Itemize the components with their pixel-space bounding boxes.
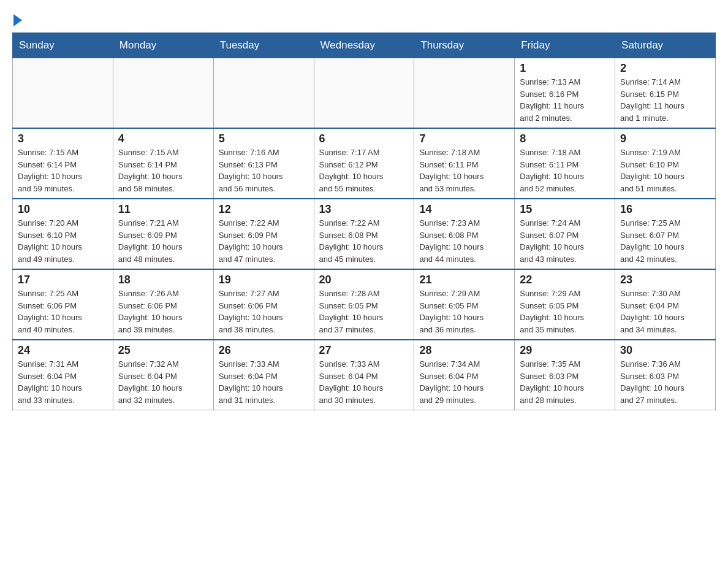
calendar-cell: 2Sunrise: 7:14 AMSunset: 6:15 PMDaylight… (615, 58, 716, 129)
calendar-cell: 3Sunrise: 7:15 AMSunset: 6:14 PMDaylight… (13, 128, 113, 199)
calendar-cell (13, 58, 113, 129)
day-number: 18 (118, 274, 208, 286)
day-info: Sunrise: 7:24 AMSunset: 6:07 PMDaylight:… (520, 217, 610, 265)
day-header-wednesday: Wednesday (314, 33, 414, 58)
day-number: 26 (219, 344, 309, 357)
day-info: Sunrise: 7:30 AMSunset: 6:04 PMDaylight:… (620, 288, 710, 335)
calendar-week-row: 3Sunrise: 7:15 AMSunset: 6:14 PMDaylight… (13, 128, 716, 199)
calendar-cell: 16Sunrise: 7:25 AMSunset: 6:07 PMDayligh… (615, 199, 716, 269)
day-number: 19 (219, 274, 309, 286)
calendar-week-row: 24Sunrise: 7:31 AMSunset: 6:04 PMDayligh… (13, 340, 716, 410)
day-number: 14 (419, 203, 509, 216)
calendar-cell: 23Sunrise: 7:30 AMSunset: 6:04 PMDayligh… (615, 269, 716, 340)
calendar-week-row: 1Sunrise: 7:13 AMSunset: 6:16 PMDaylight… (13, 58, 716, 129)
day-info: Sunrise: 7:33 AMSunset: 6:04 PMDaylight:… (219, 358, 309, 406)
calendar-cell: 28Sunrise: 7:34 AMSunset: 6:04 PMDayligh… (414, 340, 515, 410)
calendar-cell: 12Sunrise: 7:22 AMSunset: 6:09 PMDayligh… (213, 199, 314, 269)
calendar-cell: 19Sunrise: 7:27 AMSunset: 6:06 PMDayligh… (213, 269, 314, 340)
day-info: Sunrise: 7:22 AMSunset: 6:09 PMDaylight:… (219, 217, 309, 265)
calendar-week-row: 10Sunrise: 7:20 AMSunset: 6:10 PMDayligh… (13, 199, 716, 269)
calendar-cell: 8Sunrise: 7:18 AMSunset: 6:11 PMDaylight… (515, 128, 615, 199)
day-info: Sunrise: 7:15 AMSunset: 6:14 PMDaylight:… (18, 147, 108, 194)
calendar-cell: 30Sunrise: 7:36 AMSunset: 6:03 PMDayligh… (615, 340, 716, 410)
calendar-cell: 7Sunrise: 7:18 AMSunset: 6:11 PMDaylight… (414, 128, 515, 199)
day-info: Sunrise: 7:18 AMSunset: 6:11 PMDaylight:… (520, 147, 610, 194)
calendar-cell: 11Sunrise: 7:21 AMSunset: 6:09 PMDayligh… (113, 199, 213, 269)
calendar-cell: 27Sunrise: 7:33 AMSunset: 6:04 PMDayligh… (314, 340, 414, 410)
day-number: 23 (620, 274, 710, 286)
day-number: 5 (219, 132, 309, 145)
day-number: 24 (18, 344, 108, 357)
calendar-cell: 4Sunrise: 7:15 AMSunset: 6:14 PMDaylight… (113, 128, 213, 199)
day-number: 1 (520, 62, 610, 75)
day-number: 11 (118, 203, 208, 216)
calendar-cell: 14Sunrise: 7:23 AMSunset: 6:08 PMDayligh… (414, 199, 515, 269)
day-info: Sunrise: 7:31 AMSunset: 6:04 PMDaylight:… (18, 358, 108, 406)
calendar-cell: 17Sunrise: 7:25 AMSunset: 6:06 PMDayligh… (13, 269, 113, 340)
day-number: 6 (319, 132, 409, 145)
day-number: 29 (520, 344, 610, 357)
day-number: 10 (18, 203, 108, 216)
day-info: Sunrise: 7:16 AMSunset: 6:13 PMDaylight:… (219, 147, 309, 194)
calendar-cell: 13Sunrise: 7:22 AMSunset: 6:08 PMDayligh… (314, 199, 414, 269)
calendar-header-row: SundayMondayTuesdayWednesdayThursdayFrid… (13, 33, 716, 58)
logo (12, 12, 22, 26)
calendar-cell: 26Sunrise: 7:33 AMSunset: 6:04 PMDayligh… (213, 340, 314, 410)
day-number: 9 (620, 132, 710, 145)
day-number: 3 (18, 132, 108, 145)
day-number: 25 (118, 344, 208, 357)
day-info: Sunrise: 7:32 AMSunset: 6:04 PMDaylight:… (118, 358, 208, 406)
day-header-thursday: Thursday (414, 33, 515, 58)
day-number: 8 (520, 132, 610, 145)
day-info: Sunrise: 7:20 AMSunset: 6:10 PMDaylight:… (18, 217, 108, 265)
header (12, 12, 716, 26)
day-number: 7 (419, 132, 509, 145)
day-number: 21 (419, 274, 509, 286)
day-number: 15 (520, 203, 610, 216)
day-info: Sunrise: 7:28 AMSunset: 6:05 PMDaylight:… (319, 288, 409, 335)
day-info: Sunrise: 7:18 AMSunset: 6:11 PMDaylight:… (419, 147, 509, 194)
day-info: Sunrise: 7:29 AMSunset: 6:05 PMDaylight:… (520, 288, 610, 335)
day-number: 30 (620, 344, 710, 357)
calendar-cell (414, 58, 515, 129)
day-number: 20 (319, 274, 409, 286)
calendar-cell: 21Sunrise: 7:29 AMSunset: 6:05 PMDayligh… (414, 269, 515, 340)
day-header-friday: Friday (515, 33, 615, 58)
calendar-cell: 20Sunrise: 7:28 AMSunset: 6:05 PMDayligh… (314, 269, 414, 340)
day-number: 16 (620, 203, 710, 216)
day-info: Sunrise: 7:17 AMSunset: 6:12 PMDaylight:… (319, 147, 409, 194)
day-info: Sunrise: 7:25 AMSunset: 6:07 PMDaylight:… (620, 217, 710, 265)
calendar-cell: 25Sunrise: 7:32 AMSunset: 6:04 PMDayligh… (113, 340, 213, 410)
day-info: Sunrise: 7:19 AMSunset: 6:10 PMDaylight:… (620, 147, 710, 194)
day-number: 28 (419, 344, 509, 357)
day-info: Sunrise: 7:29 AMSunset: 6:05 PMDaylight:… (419, 288, 509, 335)
day-info: Sunrise: 7:34 AMSunset: 6:04 PMDaylight:… (419, 358, 509, 406)
day-info: Sunrise: 7:21 AMSunset: 6:09 PMDaylight:… (118, 217, 208, 265)
calendar-cell: 9Sunrise: 7:19 AMSunset: 6:10 PMDaylight… (615, 128, 716, 199)
calendar-cell (113, 58, 213, 129)
day-header-monday: Monday (113, 33, 213, 58)
calendar-cell: 5Sunrise: 7:16 AMSunset: 6:13 PMDaylight… (213, 128, 314, 199)
calendar-cell: 22Sunrise: 7:29 AMSunset: 6:05 PMDayligh… (515, 269, 615, 340)
day-info: Sunrise: 7:35 AMSunset: 6:03 PMDaylight:… (520, 358, 610, 406)
logo-triangle-icon (13, 14, 22, 26)
day-number: 12 (219, 203, 309, 216)
day-number: 13 (319, 203, 409, 216)
day-info: Sunrise: 7:36 AMSunset: 6:03 PMDaylight:… (620, 358, 710, 406)
day-info: Sunrise: 7:23 AMSunset: 6:08 PMDaylight:… (419, 217, 509, 265)
day-number: 4 (118, 132, 208, 145)
day-info: Sunrise: 7:15 AMSunset: 6:14 PMDaylight:… (118, 147, 208, 194)
calendar-cell: 18Sunrise: 7:26 AMSunset: 6:06 PMDayligh… (113, 269, 213, 340)
calendar-cell (314, 58, 414, 129)
calendar-cell: 10Sunrise: 7:20 AMSunset: 6:10 PMDayligh… (13, 199, 113, 269)
day-header-saturday: Saturday (615, 33, 716, 58)
day-info: Sunrise: 7:22 AMSunset: 6:08 PMDaylight:… (319, 217, 409, 265)
day-number: 27 (319, 344, 409, 357)
logo-blue-container (12, 15, 22, 26)
day-number: 2 (620, 62, 710, 75)
calendar-cell: 24Sunrise: 7:31 AMSunset: 6:04 PMDayligh… (13, 340, 113, 410)
day-header-sunday: Sunday (13, 33, 113, 58)
calendar-cell: 29Sunrise: 7:35 AMSunset: 6:03 PMDayligh… (515, 340, 615, 410)
calendar-cell: 1Sunrise: 7:13 AMSunset: 6:16 PMDaylight… (515, 58, 615, 129)
calendar-cell: 15Sunrise: 7:24 AMSunset: 6:07 PMDayligh… (515, 199, 615, 269)
